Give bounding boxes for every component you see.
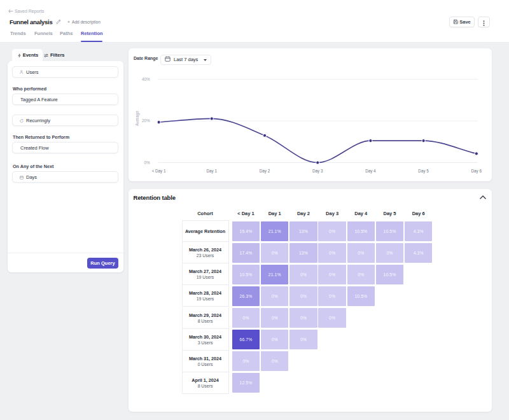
svg-text:Average: Average (135, 111, 140, 126)
svg-text:Day 4: Day 4 (365, 169, 376, 174)
svg-text:< Day 1: < Day 1 (152, 169, 166, 174)
svg-text:0%: 0% (144, 160, 150, 165)
svg-text:Day 6: Day 6 (471, 169, 482, 174)
svg-text:Day 2: Day 2 (260, 169, 270, 174)
svg-text:Day 3: Day 3 (312, 169, 323, 174)
svg-text:40%: 40% (142, 77, 150, 81)
svg-text:Day 1: Day 1 (207, 169, 218, 174)
svg-text:Day 5: Day 5 (418, 169, 429, 174)
svg-text:20%: 20% (142, 118, 150, 123)
